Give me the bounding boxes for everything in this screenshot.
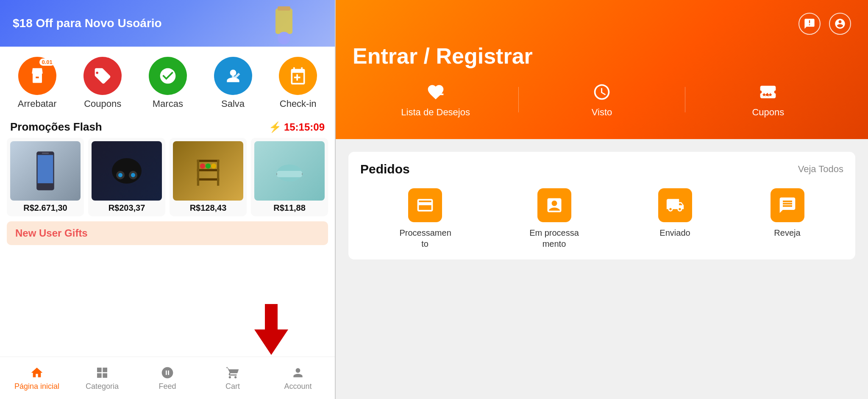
home-icon — [29, 365, 45, 380]
svg-rect-20 — [277, 171, 302, 177]
coupons-icon — [757, 81, 779, 103]
header-icons — [353, 13, 851, 35]
arrebatar-badge: 0.01 — [39, 59, 54, 66]
nav-feed[interactable]: Feed — [135, 365, 200, 391]
viewed-label: Visto — [592, 107, 612, 118]
svg-point-9 — [118, 173, 122, 177]
category-icons-row: 0.01 Arrebatar Coupons Marcas Salva — [0, 47, 335, 114]
cat-arrebatar-label: Arrebatar — [18, 98, 57, 109]
cat-salva[interactable]: Salva — [214, 57, 252, 109]
svg-rect-15 — [217, 160, 219, 186]
svg-rect-14 — [197, 160, 199, 186]
cart-icon — [225, 365, 240, 380]
svg-rect-24 — [439, 94, 443, 95]
wishlist-icon — [425, 81, 446, 103]
svg-point-2 — [278, 32, 290, 45]
order-em-processo-label: Em processa mento — [529, 227, 580, 249]
product-price-earbuds: R$203,37 — [108, 203, 145, 213]
cat-coupons-label: Coupons — [84, 98, 121, 109]
category-icon — [95, 365, 110, 380]
banner-text: $18 Off para Novo Usoário — [13, 17, 162, 30]
content-area: Pedidos Veja Todos Processamen to — [336, 139, 868, 399]
svg-rect-0 — [275, 8, 292, 34]
product-price-phone: R$2.671,30 — [23, 203, 67, 213]
nav-cart[interactable]: Cart — [200, 365, 265, 391]
svg-point-17 — [206, 164, 211, 169]
cat-checkin[interactable]: Check-in — [279, 57, 317, 109]
product-price-mask: R$11,88 — [273, 203, 306, 213]
cat-coupons[interactable]: Coupons — [83, 57, 122, 109]
nav-feed-label: Feed — [159, 382, 176, 391]
cat-marcas[interactable]: Marcas — [149, 57, 187, 109]
order-reveja[interactable]: Reveja — [771, 188, 804, 249]
svg-rect-5 — [42, 153, 49, 154]
flash-timer: ⚡ 15:15:09 — [269, 121, 325, 133]
svg-rect-13 — [197, 179, 220, 181]
svg-point-16 — [200, 164, 205, 169]
cat-marcas-label: Marcas — [153, 98, 183, 109]
order-processamento[interactable]: Processamen to — [400, 188, 451, 249]
nav-account-label: Account — [284, 382, 312, 391]
product-image-earbuds — [92, 141, 162, 201]
order-enviado-label: Enviado — [659, 227, 690, 238]
svg-rect-4 — [38, 155, 53, 184]
order-processamento-label: Processamen to — [400, 227, 451, 249]
cat-salva-label: Salva — [221, 98, 245, 109]
processamento-icon-wrap — [408, 188, 442, 222]
product-image-mask — [254, 141, 325, 201]
nav-home-label: Página inicial — [14, 382, 59, 391]
flash-section-header: Promoções Flash ⚡ 15:15:09 — [0, 114, 335, 138]
svg-point-18 — [211, 164, 216, 169]
feed-icon — [160, 365, 175, 380]
order-reveja-label: Reveja — [774, 227, 800, 238]
product-card-mask[interactable]: R$11,88 — [251, 138, 328, 216]
settings-button[interactable] — [829, 13, 851, 35]
quick-wishlist[interactable]: Lista de Desejos — [353, 81, 518, 118]
cat-checkin-label: Check-in — [280, 98, 317, 109]
svg-marker-23 — [254, 304, 288, 355]
new-user-banner[interactable]: New User Gifts — [7, 221, 328, 245]
quick-viewed[interactable]: Visto — [519, 81, 684, 118]
product-card-phone[interactable]: R$2.671,30 — [7, 138, 84, 216]
svg-point-6 — [112, 158, 142, 184]
product-row: R$2.671,30 R$203,37 — [0, 138, 335, 216]
product-card-shelf[interactable]: R$128,43 — [170, 138, 247, 216]
nav-category[interactable]: Categoria — [70, 365, 135, 391]
nav-account[interactable]: Account — [265, 365, 331, 391]
order-items-row: Processamen to Em processa mento — [360, 188, 843, 249]
em-processo-icon-wrap — [537, 188, 571, 222]
nav-home[interactable]: Página inicial — [4, 365, 70, 391]
orders-title: Pedidos — [360, 162, 410, 176]
account-icon — [290, 365, 306, 380]
order-enviado[interactable]: Enviado — [658, 188, 692, 249]
product-image-shelf — [173, 141, 243, 201]
svg-rect-12 — [197, 169, 220, 171]
quick-actions: Lista de Desejos Visto Cupons — [353, 81, 851, 118]
reveja-icon-wrap — [771, 188, 804, 222]
new-user-title: New User Gifts — [15, 227, 88, 239]
product-image-phone — [10, 141, 81, 201]
cat-arrebatar[interactable]: 0.01 Arrebatar — [18, 57, 57, 109]
svg-point-10 — [131, 173, 135, 177]
order-em-processo[interactable]: Em processa mento — [529, 188, 580, 249]
left-panel: $18 Off para Novo Usoário 0.01 Arrebatar… — [0, 0, 335, 399]
coupons-label: Cupons — [752, 107, 784, 118]
nav-category-label: Categoria — [86, 382, 119, 391]
red-arrow-indicator — [250, 304, 292, 357]
orders-section: Pedidos Veja Todos Processamen to — [348, 152, 855, 259]
enviado-icon-wrap — [658, 188, 692, 222]
svg-rect-1 — [278, 6, 290, 11]
nav-cart-label: Cart — [225, 382, 240, 391]
flash-title: Promoções Flash — [10, 120, 102, 134]
promo-banner[interactable]: $18 Off para Novo Usoário — [0, 0, 335, 47]
orders-header: Pedidos Veja Todos — [360, 162, 843, 176]
chat-button[interactable] — [798, 13, 821, 35]
veja-todos-link[interactable]: Veja Todos — [798, 164, 843, 175]
login-title[interactable]: Entrar / Registrar — [353, 43, 851, 69]
product-card-earbuds[interactable]: R$203,37 — [88, 138, 165, 216]
product-price-shelf: R$128,43 — [190, 203, 227, 213]
wishlist-label: Lista de Desejos — [401, 107, 470, 118]
right-panel: Entrar / Registrar Lista de Desejos — [336, 0, 868, 399]
bottom-nav: Página inicial Categoria Feed — [0, 357, 335, 399]
quick-coupons[interactable]: Cupons — [685, 81, 851, 118]
